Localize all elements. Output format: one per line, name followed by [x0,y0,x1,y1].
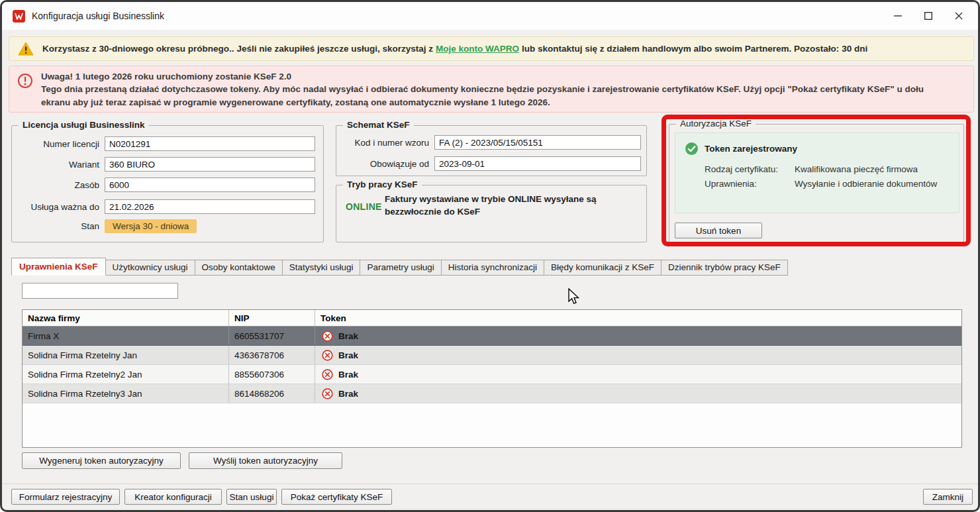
state-row: Stan Wersja 30 - dniowa [19,219,197,233]
generate-token-button[interactable]: Wygeneruj token autoryzacyjny [22,452,181,469]
header-token[interactable]: Token [315,310,961,326]
trial-banner: Korzystasz z 30-dniowego okresu próbnego… [9,36,974,61]
token-status-text: Token zarejestrowany [705,144,797,154]
remove-token-button[interactable]: Usuń token [675,223,762,238]
warning-icon [17,41,34,56]
minimize-icon [894,12,902,20]
window-controls [883,5,974,27]
schema-code-row: Kod i numer wzoru [343,135,641,150]
configuration-wizard-button[interactable]: Kreator konfiguracji [124,489,222,505]
company-name-cell: Solidna Firma Rzetelny3 Jan [23,384,229,403]
wapro-account-link[interactable]: Moje konto WAPRO [436,44,519,54]
send-token-button[interactable]: Wyślij token autoryzacyjny [189,452,342,469]
schema-valid-from-row: Obowiązuje od [343,156,641,171]
table-header-row: Nazwa firmy NIP Token [23,310,961,327]
work-mode-group-title: Tryb pracy KSeF [343,179,422,189]
authorization-group: Autoryzacja KSeF Token zarejestrowany Ro… [669,124,964,242]
valid-until-row: Usługa ważna do [19,199,315,214]
table-row[interactable]: Solidna Firma Rzetelny3 Jan 8614868206 B… [23,384,961,403]
header-company-name[interactable]: Nazwa firmy [23,310,229,326]
nip-cell: 4363678706 [229,346,315,364]
mouse-cursor [568,288,581,305]
table-row[interactable]: Solidna Firma Rzetelny Jan 4363678706 Br… [23,346,961,365]
show-certificates-button[interactable]: Pokaż certyfikaty KSeF [281,489,392,505]
license-number-input[interactable] [105,136,315,151]
ksef-alert-body: Tego dnia przestaną działać dotychczasow… [41,83,955,109]
footer-divider [2,484,978,484]
table-row[interactable]: Solidna Firma Rzetelny2 Jan 8855607306 B… [23,365,961,384]
tab-dziennik-trybow[interactable]: Dziennik trybów pracy KSeF [661,260,788,276]
tab-uprawnienia-ksef[interactable]: Uprawnienia KSeF [11,258,106,276]
token-cell: Brak [315,346,961,364]
companies-table: Nazwa firmy NIP Token Firma X 6605531707… [22,309,962,448]
token-cell: Brak [315,365,961,384]
resource-input[interactable] [105,178,315,192]
tab-label: Użytkownicy usługi [113,262,188,272]
valid-until-input[interactable] [105,199,315,214]
schema-valid-from-input[interactable] [434,156,641,171]
tab-label: Osoby kontaktowe [202,262,275,272]
tab-statystyki-uslugi[interactable]: Statystyki usługi [282,260,361,276]
token-cell: Brak [315,384,961,403]
tab-label: Statystyki usługi [289,262,354,272]
state-label: Stan [19,221,99,231]
nip-cell: 8855607306 [229,365,315,384]
token-status: Brak [338,331,358,341]
permissions-label: Uprawnienia: [705,179,757,189]
state-badge: Wersja 30 - dniowa [105,219,197,233]
no-token-icon [322,388,333,399]
token-status: Brak [338,350,358,360]
resource-row: Zasób [19,178,315,192]
service-status-button[interactable]: Stan usługi [226,489,277,505]
schema-code-input[interactable] [434,135,641,150]
ksef-alert-banner: Uwaga! 1 lutego 2026 roku uruchomiony zo… [9,66,974,113]
trial-before-link: Jeśli nie zakupiłeś jeszcze usługi, skor… [237,44,433,54]
resource-label: Zasób [19,180,99,190]
maximize-button[interactable] [913,5,944,27]
table-row[interactable]: Firma X 6605531707 Brak [23,327,961,346]
schema-valid-from-label: Obowiązuje od [343,159,429,169]
tab-label: Dziennik trybów pracy KSeF [668,262,781,272]
online-mode-badge: ONLINE [346,201,382,212]
company-filter-input[interactable] [22,283,178,299]
certificate-type-value: Kwalifikowana pieczęć firmowa [795,164,918,174]
tab-parametry-uslugi[interactable]: Parametry usługi [360,260,441,276]
license-number-label: Numer licencji [19,139,99,149]
close-button[interactable] [944,5,974,27]
tab-bledy-komunikacji[interactable]: Błędy komunikacji z KSeF [544,260,662,276]
app-window: Konfiguracja usługi Businesslink Korzyst… [0,0,980,512]
check-circle-icon [685,142,699,156]
nip-cell: 6605531707 [229,327,315,345]
ksef-alert-content: Uwaga! 1 lutego 2026 roku uruchomiony zo… [41,72,955,109]
maximize-icon [924,12,932,20]
online-mode-description: Faktury wystawiane w trybie ONLINE wysył… [385,193,630,219]
app-icon [13,10,25,23]
trial-after-link: lub skontaktuj się z działem handlowym a… [522,44,839,54]
tab-label: Uprawnienia KSeF [19,262,98,272]
trial-banner-text: Korzystasz z 30-dniowego okresu próbnego… [42,44,870,54]
close-dialog-button[interactable]: Zamknij [923,489,973,505]
window-title: Konfiguracja usługi Businesslink [32,11,164,21]
token-status: Brak [338,389,358,399]
tab-osoby-kontaktowe[interactable]: Osoby kontaktowe [195,260,283,276]
variant-label: Wariant [19,160,99,170]
schema-group-title: Schemat KSeF [343,120,414,130]
license-group-title: Licencja usługi Businesslink [19,120,149,130]
permissions-value: Wysyłanie i odbieranie dokumentów [795,179,937,189]
authorization-group-title: Autoryzacja KSeF [676,119,756,128]
nip-cell: 8614868206 [229,384,315,403]
registration-form-button[interactable]: Formularz rejestracyjny [11,489,120,505]
certificate-type-label: Rodzaj certyfikatu: [705,164,778,174]
company-name-cell: Solidna Firma Rzetelny2 Jan [23,365,229,384]
variant-input[interactable] [105,157,315,172]
header-nip[interactable]: NIP [229,310,315,326]
company-name-cell: Solidna Firma Rzetelny Jan [23,346,229,364]
tab-label: Parametry usługi [367,262,434,272]
token-status-panel: Token zarejestrowany Rodzaj certyfikatu:… [675,132,959,213]
company-name-cell: Firma X [23,327,229,345]
tab-historia-synchronizacji[interactable]: Historia synchronizacji [441,260,544,276]
variant-row: Wariant [19,157,315,172]
tab-uzytkownicy-uslugi[interactable]: Użytkownicy usługi [105,260,195,276]
no-token-icon [322,369,333,380]
minimize-button[interactable] [883,5,913,27]
